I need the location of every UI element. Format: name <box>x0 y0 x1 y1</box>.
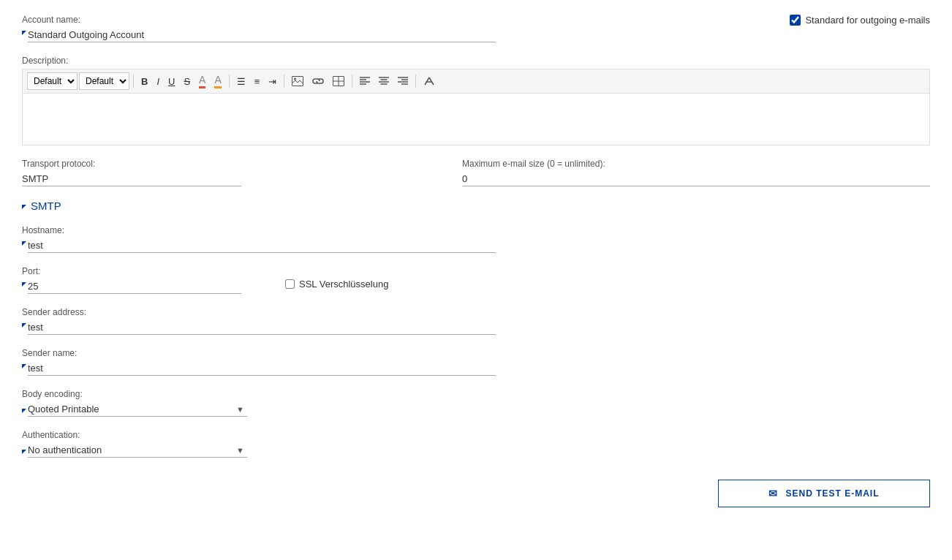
authentication-select[interactable]: No authentication Login Plain CRAM-MD5 <box>28 443 247 458</box>
clear-format-button[interactable] <box>420 72 439 90</box>
ssl-label: SSL Verschlüsselung <box>299 279 388 290</box>
italic-button[interactable]: I <box>153 72 163 90</box>
image-button[interactable] <box>288 72 307 90</box>
account-name-corner-icon <box>22 31 26 35</box>
numbered-list-button[interactable]: ≡ <box>251 72 264 90</box>
port-col: Port: <box>22 266 241 294</box>
transport-protocol-col: Transport protocol: <box>22 159 433 186</box>
toolbar-separator-3 <box>284 75 284 88</box>
body-encoding-select[interactable]: Quoted Printable Base64 8bit <box>28 402 247 417</box>
port-corner-icon <box>22 282 26 287</box>
body-encoding-label: Body encoding: <box>22 389 930 399</box>
sender-name-group: Sender name: <box>22 348 930 376</box>
sender-name-input[interactable] <box>28 361 496 376</box>
account-name-input[interactable] <box>28 28 496 42</box>
send-test-email-label: SEND TEST E-MAIL <box>785 488 879 499</box>
hostname-group: Hostname: <box>22 225 930 253</box>
toolbar-separator-2 <box>229 75 230 88</box>
authentication-group: Authentication: No authentication Login … <box>22 430 930 458</box>
max-size-input[interactable] <box>462 172 930 186</box>
standard-outgoing-label: Standard for outgoing e-mails <box>805 15 930 26</box>
link-button[interactable] <box>309 72 328 90</box>
toolbar-separator-5 <box>415 75 416 88</box>
sender-address-input[interactable] <box>28 320 496 335</box>
ssl-checkbox[interactable] <box>285 279 295 289</box>
port-label: Port: <box>22 266 241 276</box>
send-test-container: ✉ SEND TEST E-MAIL <box>22 480 930 507</box>
hostname-corner-icon <box>22 241 26 246</box>
port-input[interactable] <box>28 279 241 294</box>
svg-point-1 <box>294 78 296 80</box>
authentication-select-wrapper: No authentication Login Plain CRAM-MD5 ▼ <box>28 443 247 458</box>
align-right-button[interactable] <box>394 72 412 90</box>
max-size-col: Maximum e-mail size (0 = unlimited): <box>462 159 930 186</box>
transport-row: Transport protocol: Maximum e-mail size … <box>22 159 930 186</box>
sender-address-corner-icon <box>22 323 26 328</box>
max-size-label: Maximum e-mail size (0 = unlimited): <box>462 159 930 169</box>
ssl-col: SSL Verschlüsselung <box>285 279 388 294</box>
sender-address-label: Sender address: <box>22 307 930 317</box>
bg-color-button[interactable]: A <box>211 72 224 90</box>
smtp-section-corner-icon <box>22 205 26 209</box>
hostname-input[interactable] <box>28 238 496 253</box>
body-encoding-corner-icon <box>22 409 26 413</box>
editor-toolbar: Default Default B I U S A A ☰ ≡ ⇥ <box>23 69 929 94</box>
email-icon: ✉ <box>768 488 778 499</box>
hostname-label: Hostname: <box>22 225 930 235</box>
description-group: Description: Default Default B I U S A A <box>22 56 930 145</box>
standard-outgoing-checkbox-container: Standard for outgoing e-mails <box>790 15 930 26</box>
toolbar-separator-1 <box>133 75 134 88</box>
body-encoding-group: Body encoding: Quoted Printable Base64 8… <box>22 389 930 417</box>
strikethrough-button[interactable]: S <box>180 72 194 90</box>
bold-button[interactable]: B <box>137 72 151 90</box>
sender-name-corner-icon <box>22 364 26 368</box>
authentication-corner-icon <box>22 450 26 454</box>
font-color-button[interactable]: A <box>195 72 209 90</box>
indent-button[interactable]: ⇥ <box>265 72 280 90</box>
bullet-list-button[interactable]: ☰ <box>233 72 249 90</box>
table-button[interactable] <box>329 72 348 90</box>
align-left-button[interactable] <box>356 72 374 90</box>
port-ssl-row: Port: SSL Verschlüsselung <box>22 266 930 294</box>
sender-name-label: Sender name: <box>22 348 930 358</box>
send-test-email-button[interactable]: ✉ SEND TEST E-MAIL <box>718 480 930 507</box>
description-label: Description: <box>22 56 930 66</box>
font-family-select[interactable]: Default <box>27 72 78 90</box>
authentication-label: Authentication: <box>22 430 930 440</box>
transport-protocol-input[interactable] <box>22 172 241 186</box>
align-center-button[interactable] <box>375 72 393 90</box>
sender-address-group: Sender address: <box>22 307 930 335</box>
underline-button[interactable]: U <box>165 72 178 90</box>
description-body[interactable] <box>23 94 929 145</box>
svg-rect-0 <box>292 77 303 86</box>
transport-protocol-label: Transport protocol: <box>22 159 433 169</box>
font-size-select[interactable]: Default <box>79 72 129 90</box>
description-editor: Default Default B I U S A A ☰ ≡ ⇥ <box>22 69 930 145</box>
smtp-section-header: SMTP <box>22 200 930 212</box>
standard-outgoing-checkbox[interactable] <box>790 15 801 26</box>
toolbar-separator-4 <box>352 75 352 88</box>
body-encoding-select-wrapper: Quoted Printable Base64 8bit ▼ <box>28 402 247 417</box>
smtp-section-title: SMTP <box>31 200 61 212</box>
